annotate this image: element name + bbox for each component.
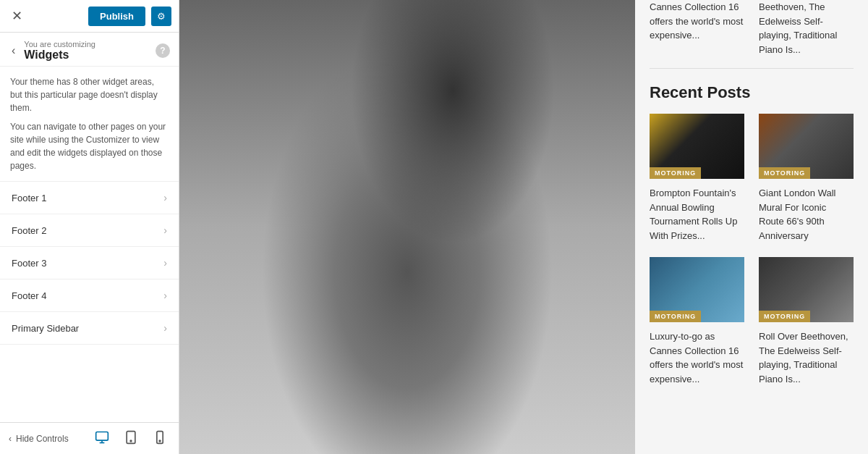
post-title-2: Luxury-to-go as Cannes Collection 16 off… xyxy=(650,329,744,386)
widget-item-footer-3[interactable]: Footer 3 › xyxy=(0,247,179,279)
posts-grid: MOTORING Brompton Fountain's Annual Bowl… xyxy=(650,114,854,386)
post-thumb-3: MOTORING xyxy=(759,257,854,322)
chevron-right-icon: › xyxy=(163,290,167,301)
tablet-view-button[interactable] xyxy=(121,427,141,450)
back-button[interactable]: ‹ xyxy=(9,43,18,59)
widget-item-label: Footer 1 xyxy=(12,193,46,203)
chevron-right-icon: › xyxy=(163,322,167,334)
info-line-1: Your theme has 8 other widget areas, but… xyxy=(10,75,169,114)
top-article-0: Cannes Collection 16 offers the world's … xyxy=(650,0,744,56)
recent-posts-section: Recent Posts MOTORING Brompton Fountain'… xyxy=(650,83,854,386)
top-article-text: Beethoven, The Edelweiss Self-playing, T… xyxy=(759,0,854,56)
desktop-icon xyxy=(95,430,109,445)
post-thumb-0: MOTORING xyxy=(650,114,744,179)
info-text: Your theme has 8 other widget areas, but… xyxy=(0,67,179,182)
preview-area: Cannes Collection 16 offers the world's … xyxy=(179,0,868,454)
publish-button[interactable]: Publish xyxy=(88,7,145,26)
tablet-icon xyxy=(124,430,138,445)
hide-controls-label: Hide Controls xyxy=(16,434,69,444)
chevron-right-icon: › xyxy=(163,192,167,203)
post-card-0: MOTORING Brompton Fountain's Annual Bowl… xyxy=(650,114,744,243)
info-line-2: You can navigate to other pages on your … xyxy=(10,120,169,172)
top-articles: Cannes Collection 16 offers the world's … xyxy=(650,0,854,69)
widget-item-label: Footer 4 xyxy=(12,290,46,301)
top-bar: ✕ Publish ⚙ xyxy=(0,0,179,33)
mobile-icon xyxy=(153,430,167,445)
customizer-panel: ✕ Publish ⚙ ‹ You are customizing Widget… xyxy=(0,0,179,454)
widget-item-label: Footer 2 xyxy=(12,225,46,236)
widget-item-footer-4[interactable]: Footer 4 › xyxy=(0,279,179,312)
hero-image xyxy=(179,0,635,454)
post-badge-1: MOTORING xyxy=(759,167,810,179)
post-title-0: Brompton Fountain's Annual Bowling Tourn… xyxy=(650,186,744,243)
post-card-2: MOTORING Luxury-to-go as Cannes Collecti… xyxy=(650,257,744,386)
post-title-1: Giant London Wall Mural For Iconic Route… xyxy=(759,186,854,243)
post-title-3: Roll Over Beethoven, The Edelweiss Self-… xyxy=(759,329,854,386)
hide-controls-button[interactable]: ‹ Hide Controls xyxy=(9,434,69,444)
recent-posts-title: Recent Posts xyxy=(650,83,854,102)
customizing-label: You are customizing xyxy=(24,40,150,49)
post-badge-0: MOTORING xyxy=(650,167,701,179)
section-title: Widgets xyxy=(24,49,150,62)
mobile-view-button[interactable] xyxy=(150,427,170,450)
close-button[interactable]: ✕ xyxy=(7,5,27,27)
gear-button[interactable]: ⚙ xyxy=(151,7,171,26)
post-card-1: MOTORING Giant London Wall Mural For Ico… xyxy=(759,114,854,243)
svg-point-4 xyxy=(130,440,132,442)
post-badge-3: MOTORING xyxy=(759,311,810,322)
preview-content: Cannes Collection 16 offers the world's … xyxy=(179,0,868,454)
articles-area: Cannes Collection 16 offers the world's … xyxy=(635,0,868,454)
svg-point-6 xyxy=(159,440,161,442)
header-row: ‹ You are customizing Widgets ? xyxy=(0,33,179,67)
post-thumb-2: MOTORING xyxy=(650,257,744,322)
top-article-1: Beethoven, The Edelweiss Self-playing, T… xyxy=(759,0,854,56)
chevron-right-icon: › xyxy=(163,224,167,236)
bottom-bar: ‹ Hide Controls xyxy=(0,422,179,454)
desktop-view-button[interactable] xyxy=(92,427,112,450)
widget-item-label: Primary Sidebar xyxy=(12,323,79,334)
post-thumb-1: MOTORING xyxy=(759,114,854,179)
widget-item-footer-1[interactable]: Footer 1 › xyxy=(0,182,179,214)
widget-item-label: Footer 3 xyxy=(12,258,46,269)
post-badge-2: MOTORING xyxy=(650,311,701,322)
widget-item-primary-sidebar[interactable]: Primary Sidebar › xyxy=(0,312,179,345)
widget-list: Footer 1 › Footer 2 › Footer 3 › Footer … xyxy=(0,182,179,422)
widget-item-footer-2[interactable]: Footer 2 › xyxy=(0,214,179,247)
header-info: You are customizing Widgets xyxy=(24,40,150,62)
hero-image-area xyxy=(179,0,635,454)
help-button[interactable]: ? xyxy=(156,43,170,58)
hide-controls-arrow-icon: ‹ xyxy=(9,434,12,444)
post-card-3: MOTORING Roll Over Beethoven, The Edelwe… xyxy=(759,257,854,386)
top-article-text: Cannes Collection 16 offers the world's … xyxy=(650,0,744,43)
chevron-right-icon: › xyxy=(163,257,167,269)
svg-rect-0 xyxy=(96,432,109,440)
